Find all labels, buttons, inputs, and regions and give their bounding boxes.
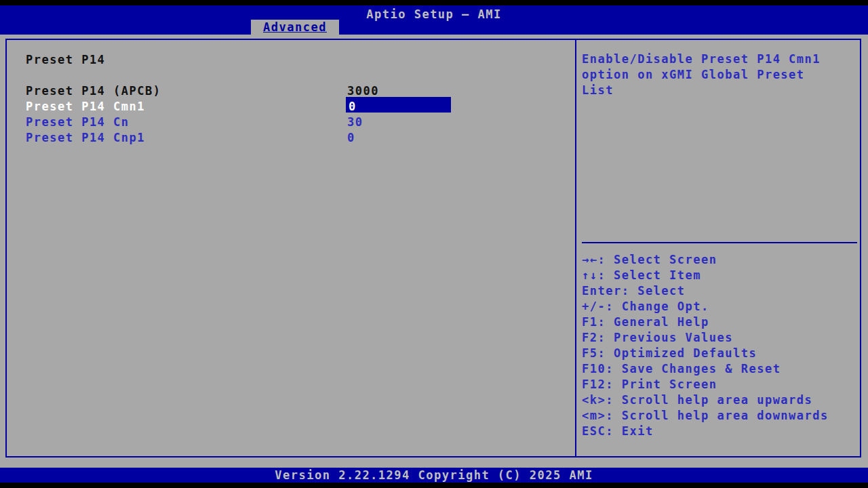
setting-row-1: Preset P14 (APCB)3000 — [0, 84, 570, 100]
key-legend-line-9: F12: Print Screen — [582, 377, 829, 392]
setting-label: Preset P14 Cmn1 — [26, 100, 145, 113]
top-black-strip — [0, 0, 868, 5]
footer-bar: Version 2.22.1294 Copyright (C) 2025 AMI — [0, 468, 868, 483]
key-legend: →←: Select Screen↑↓: Select ItemEnter: S… — [582, 252, 829, 439]
setting-value: 0 — [349, 100, 357, 113]
titlebar: Aptio Setup – AMI — [0, 5, 868, 35]
bottom-black-strip — [0, 483, 868, 488]
help-panel-divider — [582, 242, 857, 243]
key-legend-line-10: <k>: Scroll help area upwards — [582, 392, 829, 408]
key-legend-line-8: F10: Save Changes & Reset — [582, 361, 829, 377]
key-legend-line-1: →←: Select Screen — [582, 252, 829, 268]
bios-setup-screen: Aptio Setup – AMI Advanced Preset P14 Pr… — [0, 0, 868, 488]
key-legend-line-6: F2: Previous Values — [582, 330, 829, 346]
key-legend-line-5: F1: General Help — [582, 314, 829, 330]
help-text: Enable/Disable Preset P14 Cmn1 option on… — [582, 52, 840, 98]
setting-label: Preset P14 (APCB) — [26, 84, 161, 98]
panel-vertical-divider — [575, 39, 576, 458]
setting-value: 30 — [347, 115, 363, 129]
version-text: Version 2.22.1294 Copyright (C) 2025 AMI — [275, 468, 593, 482]
key-legend-line-3: Enter: Select — [582, 283, 829, 299]
key-legend-line-12: ESC: Exit — [582, 424, 829, 439]
setting-row-2[interactable]: Preset P14 Cmn10 — [0, 100, 570, 115]
setting-label: Preset P14 Cnp1 — [26, 131, 145, 144]
tab-advanced[interactable]: Advanced — [251, 20, 339, 35]
setting-row-4[interactable]: Preset P14 Cnp10 — [0, 131, 570, 146]
key-legend-line-4: +/-: Change Opt. — [582, 299, 829, 314]
section-title: Preset P14 — [26, 53, 105, 66]
setting-value: 0 — [347, 131, 355, 144]
app-title: Aptio Setup – AMI — [366, 7, 502, 21]
value-input-highlight[interactable]: 0 — [346, 97, 451, 113]
setting-label: Preset P14 Cn — [26, 115, 130, 129]
key-legend-line-2: ↑↓: Select Item — [582, 268, 829, 283]
key-legend-line-11: <m>: Scroll help area downwards — [582, 408, 829, 424]
tab-advanced-label: Advanced — [263, 20, 327, 34]
setting-value: 3000 — [347, 84, 379, 98]
setting-row-3[interactable]: Preset P14 Cn30 — [0, 115, 570, 131]
key-legend-line-7: F5: Optimized Defaults — [582, 346, 829, 361]
